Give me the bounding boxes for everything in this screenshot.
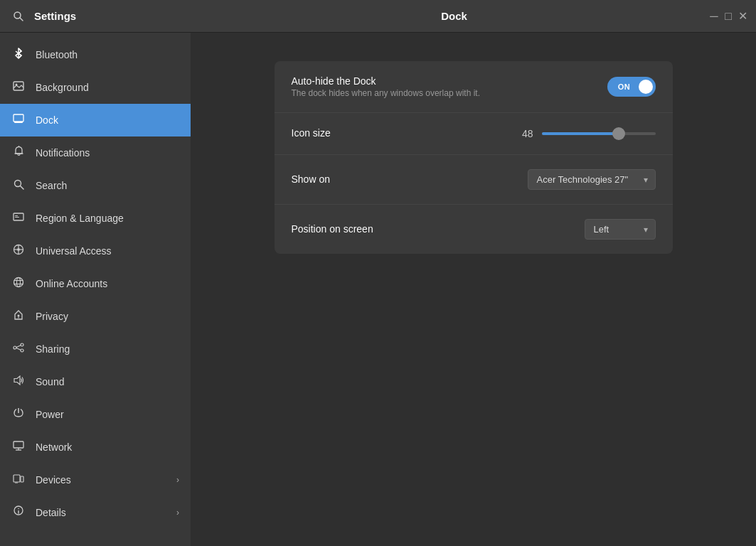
sidebar-item-notifications[interactable]: Notifications (0, 136, 191, 169)
svg-line-11 (20, 186, 23, 189)
svg-rect-34 (14, 441, 23, 448)
devices-chevron-icon: › (176, 475, 179, 485)
sidebar-item-label-devices: Devices (36, 474, 166, 486)
svg-line-1 (20, 18, 23, 21)
sidebar-item-region[interactable]: Region & Language (0, 202, 191, 235)
show-on-dropdown-arrow: ▾ (644, 175, 648, 185)
minimize-button[interactable]: ─ (709, 11, 719, 21)
online-accounts-icon (11, 277, 26, 291)
auto-hide-text: Auto-hide the Dock The dock hides when a… (292, 75, 607, 98)
sidebar-item-label-search: Search (36, 180, 179, 191)
sidebar-item-label-online: Online Accounts (36, 278, 179, 289)
sidebar-item-universal[interactable]: Universal Access (0, 235, 191, 267)
details-icon (11, 505, 26, 520)
notifications-icon (11, 146, 26, 160)
titlebar-left: Settings (9, 6, 199, 26)
svg-line-31 (16, 348, 21, 350)
sidebar-item-label-network: Network (36, 441, 179, 453)
sidebar-item-label-sharing: Sharing (36, 343, 179, 355)
sidebar-item-background[interactable]: Background (0, 71, 191, 104)
titlebar: Settings Dock ─ □ ✕ (0, 0, 756, 33)
icon-size-label: Icon size (292, 127, 516, 139)
slider-thumb[interactable] (612, 127, 625, 140)
svg-marker-32 (14, 376, 20, 385)
svg-rect-13 (15, 215, 18, 216)
titlebar-title: Dock (199, 10, 709, 22)
position-label: Position on screen (292, 223, 585, 235)
close-button[interactable]: ✕ (738, 11, 747, 21)
sidebar-item-devices[interactable]: Devices › (0, 464, 191, 496)
sidebar-item-privacy[interactable]: Privacy (0, 300, 191, 333)
sidebar-item-details[interactable]: Details › (0, 496, 191, 529)
sidebar-item-label-privacy: Privacy (36, 311, 179, 322)
icon-size-slider[interactable] (542, 132, 656, 135)
svg-point-25 (18, 315, 20, 317)
position-dropdown-arrow: ▾ (644, 225, 648, 235)
privacy-icon (11, 309, 26, 323)
sidebar-item-label-power: Power (36, 409, 179, 420)
auto-hide-toggle[interactable]: ON (607, 77, 656, 97)
sidebar-item-label-bluetooth: Bluetooth (36, 49, 179, 60)
sidebar-item-bluetooth[interactable]: Bluetooth (0, 38, 191, 71)
details-chevron-icon: › (176, 508, 179, 518)
position-text: Position on screen (292, 223, 585, 236)
sidebar-item-label-details: Details (36, 507, 166, 518)
svg-point-16 (17, 248, 20, 251)
position-dropdown[interactable]: Left ▾ (585, 219, 656, 240)
svg-rect-6 (14, 114, 23, 122)
svg-point-28 (14, 346, 16, 349)
icon-size-row: Icon size 48 (275, 113, 673, 155)
svg-point-42 (18, 508, 19, 510)
auto-hide-control: ON (607, 77, 656, 97)
svg-rect-38 (21, 476, 23, 482)
titlebar-settings-label: Settings (34, 10, 76, 22)
show-on-dropdown-value: Acer Technologies 27" (537, 174, 629, 185)
sidebar-item-network[interactable]: Network (0, 431, 191, 464)
sidebar-item-label-universal: Universal Access (36, 245, 179, 257)
svg-point-21 (14, 278, 23, 287)
sidebar-item-power[interactable]: Power (0, 398, 191, 431)
search-sidebar-icon (11, 179, 26, 193)
auto-hide-row: Auto-hide the Dock The dock hides when a… (275, 61, 673, 113)
universal-icon (11, 244, 26, 258)
icon-size-value: 48 (516, 128, 533, 139)
show-on-label: Show on (292, 173, 528, 185)
show-on-row: Show on Acer Technologies 27" ▾ (275, 155, 673, 205)
svg-point-29 (21, 349, 23, 352)
sidebar-item-online[interactable]: Online Accounts (0, 267, 191, 300)
position-dropdown-value: Left (594, 224, 609, 235)
toggle-on-label: ON (618, 82, 645, 91)
sidebar-item-search[interactable]: Search (0, 169, 191, 202)
window-controls: ─ □ ✕ (709, 11, 747, 21)
svg-rect-7 (14, 122, 23, 123)
auto-hide-title: Auto-hide the Dock (292, 75, 607, 87)
sidebar: Bluetooth Background Dock (0, 33, 191, 546)
sidebar-item-dock[interactable]: Dock (0, 104, 191, 136)
dock-icon (11, 114, 26, 127)
maximize-button[interactable]: □ (723, 11, 733, 21)
svg-line-30 (16, 346, 21, 348)
background-icon (11, 81, 26, 94)
icon-size-control: 48 (516, 128, 656, 139)
show-on-control: Acer Technologies 27" ▾ (528, 169, 656, 190)
position-row: Position on screen Left ▾ (275, 205, 673, 254)
network-icon (11, 441, 26, 454)
svg-rect-14 (15, 217, 19, 218)
icon-size-text: Icon size (292, 127, 516, 140)
sidebar-item-sound[interactable]: Sound (0, 365, 191, 398)
power-icon (11, 407, 26, 422)
search-icon-button[interactable] (9, 6, 28, 26)
svg-point-22 (17, 278, 21, 287)
devices-icon (11, 473, 26, 486)
sharing-icon (11, 343, 26, 355)
content-area: Auto-hide the Dock The dock hides when a… (191, 33, 756, 546)
sidebar-item-label-dock: Dock (36, 114, 179, 126)
sidebar-item-label-background: Background (36, 82, 179, 93)
show-on-dropdown[interactable]: Acer Technologies 27" ▾ (528, 169, 656, 190)
sidebar-item-sharing[interactable]: Sharing (0, 333, 191, 365)
position-control: Left ▾ (585, 219, 656, 240)
show-on-text: Show on (292, 173, 528, 186)
main-layout: Bluetooth Background Dock (0, 33, 756, 546)
sound-icon (11, 375, 26, 388)
region-icon (11, 212, 26, 225)
